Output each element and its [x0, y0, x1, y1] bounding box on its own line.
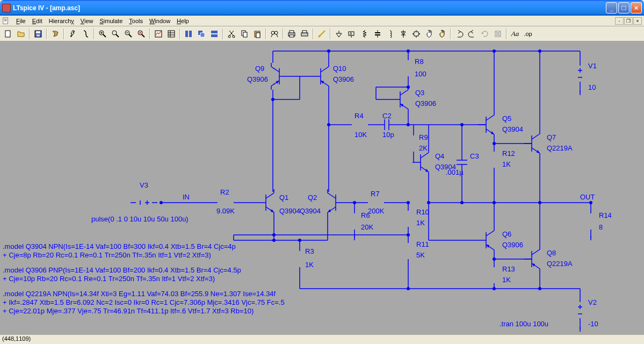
svg-point-187: [460, 123, 464, 126]
save-button[interactable]: [32, 28, 44, 40]
minimize-button[interactable]: _: [606, 2, 617, 13]
svg-text:-10: -10: [588, 320, 598, 328]
svg-text:+ Cje=8p Rb=20 Rc=0.1 Re=0.1 T: + Cje=8p Rb=20 Rc=0.1 Re=0.1 Tr=250n Tf=…: [3, 251, 211, 259]
status-bar: (448,1109): [0, 335, 644, 344]
svg-text:R11: R11: [416, 240, 429, 248]
menu-edit[interactable]: Edit: [29, 17, 46, 25]
svg-text:pulse(0 .1 0 10u 10u 50u 100u): pulse(0 .1 0 10u 10u 50u 100u): [91, 215, 189, 223]
undo-button[interactable]: [453, 28, 465, 40]
svg-point-120: [272, 239, 276, 242]
menu-view[interactable]: View: [77, 17, 97, 25]
svg-text:1K: 1K: [305, 261, 314, 269]
menu-window[interactable]: Window: [146, 17, 173, 25]
diode-button[interactable]: [397, 28, 409, 40]
svg-point-235: [589, 201, 592, 204]
svg-point-5: [70, 35, 71, 37]
new-schematic-button[interactable]: [2, 28, 14, 40]
close-all-button[interactable]: [208, 28, 220, 40]
menu-simulate[interactable]: Simulate: [96, 17, 126, 25]
open-button[interactable]: [15, 28, 27, 40]
draw-wire-button[interactable]: [316, 28, 328, 40]
svg-point-202: [493, 49, 496, 53]
svg-text:1K: 1K: [416, 219, 425, 227]
pan-button[interactable]: [110, 28, 121, 40]
maximize-button[interactable]: □: [618, 2, 629, 13]
svg-text:Q5: Q5: [502, 114, 511, 123]
svg-point-205: [538, 49, 541, 53]
paste-button[interactable]: [251, 28, 263, 40]
svg-point-11: [112, 31, 117, 35]
svg-point-178: [407, 201, 410, 204]
move-button[interactable]: [423, 28, 435, 40]
zoom-fit-button[interactable]: [135, 28, 147, 40]
mdi-restore[interactable]: ❐: [624, 17, 633, 25]
svg-rect-30: [211, 34, 218, 37]
svg-text:Q3906: Q3906: [333, 75, 354, 83]
mdi-close[interactable]: ×: [633, 17, 642, 25]
run-button[interactable]: [67, 28, 78, 40]
toolbar: A Aa .op: [0, 26, 644, 41]
redo-button[interactable]: [466, 28, 478, 40]
ground-button[interactable]: [333, 28, 345, 40]
svg-text:Q3904: Q3904: [300, 207, 321, 215]
control-panel-button[interactable]: [49, 28, 61, 40]
svg-text:R2: R2: [220, 188, 229, 196]
svg-line-40: [271, 34, 272, 37]
svg-point-6: [74, 31, 75, 32]
copy-button[interactable]: [238, 28, 250, 40]
cascade-button[interactable]: [196, 28, 207, 40]
svg-rect-28: [200, 33, 205, 37]
svg-point-203: [493, 142, 496, 145]
autorange-button[interactable]: [153, 28, 164, 40]
zoom-in-button[interactable]: [97, 28, 108, 40]
svg-text:Q8: Q8: [547, 249, 556, 257]
svg-text:20K: 20K: [361, 223, 373, 231]
svg-text:Q2219A: Q2219A: [547, 260, 573, 268]
svg-text:OUT: OUT: [580, 193, 595, 201]
cut-button[interactable]: [226, 28, 237, 40]
component-button[interactable]: [410, 28, 422, 40]
zoom-out-button[interactable]: [122, 28, 134, 40]
mdi-minimize[interactable]: -: [615, 17, 624, 25]
svg-point-108: [327, 49, 330, 53]
print-setup-button[interactable]: [299, 28, 310, 40]
drag-button[interactable]: [436, 28, 448, 40]
svg-point-168: [353, 201, 356, 204]
spice-directive-button[interactable]: .op: [522, 28, 534, 40]
tile-button[interactable]: [183, 28, 194, 40]
menu-hierarchy[interactable]: Hierarchy: [46, 17, 77, 25]
svg-rect-34: [243, 32, 247, 37]
svg-text:V2: V2: [588, 298, 597, 306]
title-bar: LTspice IV - [amp.asc] _ □ ×: [0, 0, 644, 16]
menu-help[interactable]: Help: [173, 17, 192, 25]
svg-rect-26: [189, 31, 192, 37]
menu-tools[interactable]: Tools: [126, 17, 146, 25]
close-button[interactable]: ×: [631, 2, 642, 13]
print-button[interactable]: [286, 28, 298, 40]
svg-point-39: [274, 31, 278, 34]
svg-text:+ Cje=10p Rb=20 Rc=0.1 Re=0.1 : + Cje=10p Rb=20 Rc=0.1 Re=0.1 Tr=250n Tf…: [3, 275, 215, 283]
menu-file[interactable]: File: [13, 17, 29, 25]
setup-button[interactable]: [165, 28, 177, 40]
svg-point-121: [298, 239, 301, 242]
svg-line-14: [129, 34, 132, 37]
mirror-button[interactable]: [492, 28, 504, 40]
rotate-button[interactable]: [479, 28, 491, 40]
svg-text:A: A: [350, 32, 352, 35]
svg-rect-45: [301, 33, 308, 36]
text-button[interactable]: Aa: [509, 28, 521, 40]
svg-text:10: 10: [588, 83, 596, 91]
schematic-canvas[interactable]: V110 Q9Q3906 Q10Q3906 Q1Q3904 Q2Q3904 R3…: [0, 41, 644, 335]
svg-text:R12: R12: [502, 149, 515, 157]
capacitor-button[interactable]: [372, 28, 383, 40]
resistor-button[interactable]: [359, 28, 371, 40]
svg-point-179: [407, 233, 410, 236]
find-button[interactable]: [269, 28, 280, 40]
svg-text:V1: V1: [588, 62, 597, 70]
svg-text:.model Q2219A NPN(Is=14.34f Xt: .model Q2219A NPN(Is=14.34f Xti=3 Eg=1.1…: [3, 290, 276, 298]
inductor-button[interactable]: [385, 28, 396, 40]
halt-button[interactable]: [79, 28, 91, 40]
svg-rect-3: [36, 31, 40, 33]
label-net-button[interactable]: A: [346, 28, 358, 40]
svg-text:Q3904: Q3904: [502, 125, 523, 133]
